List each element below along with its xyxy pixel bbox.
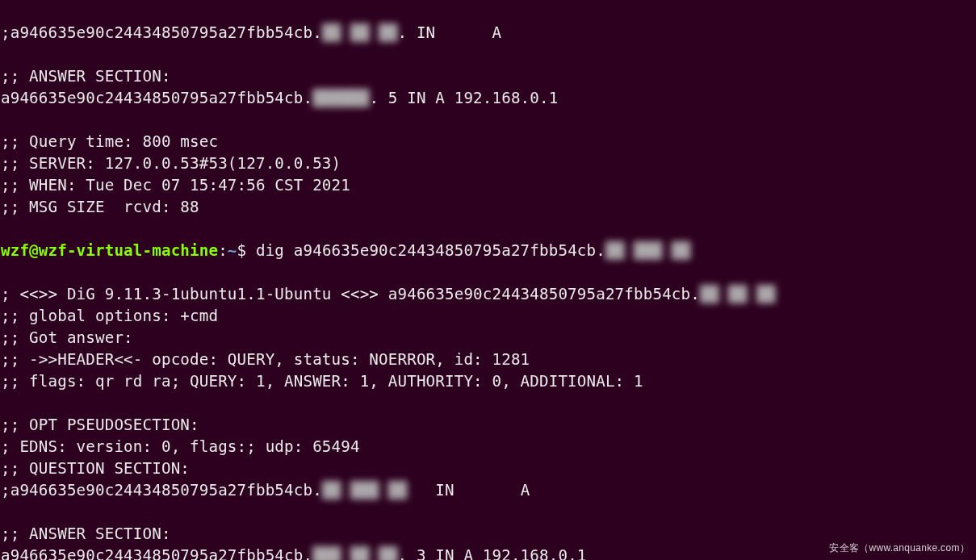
output-line: ; <<>> DiG 9.11.3-1ubuntu1.1-Ubuntu <<>>… <box>1 285 776 303</box>
redacted-text: ██ ███ ██ <box>322 479 407 501</box>
output-line: ;; ->>HEADER<<- opcode: QUERY, status: N… <box>1 350 530 369</box>
output-line: ;; QUESTION SECTION: <box>1 459 190 478</box>
output-line: ;; Query time: 800 msec <box>1 132 218 151</box>
output-line: ;a946635e90c24434850795a27fbb54cb.██ ██ … <box>1 23 501 42</box>
output-line: ;; ANSWER SECTION: <box>1 67 171 86</box>
output-line: ;; SERVER: 127.0.0.53#53(127.0.0.53) <box>1 154 341 173</box>
output-line: ;; MSG SIZE rcvd: 88 <box>1 198 199 216</box>
output-line: a946635e90c24434850795a27fbb54cb.██████.… <box>1 89 558 107</box>
output-line: ;; global options: +cmd <box>1 307 218 325</box>
prompt-user-host: wzf@wzf-virtual-machine <box>1 241 218 260</box>
redacted-text: ███ ██ ██ <box>312 545 397 560</box>
output-line: ;; ANSWER SECTION: <box>1 524 171 543</box>
redacted-text: ██ ██ ██ <box>322 22 398 44</box>
output-line: ;; flags: qr rd ra; QUERY: 1, ANSWER: 1,… <box>1 372 643 391</box>
redacted-text: ██████ <box>312 87 369 109</box>
output-line: ; EDNS: version: 0, flags:; udp: 65494 <box>1 437 360 456</box>
redacted-text: ██ ██ ██ <box>700 283 776 305</box>
output-line: a946635e90c24434850795a27fbb54cb.███ ██ … <box>1 546 587 560</box>
prompt-path: ~ <box>228 241 237 260</box>
watermark-text: 安全客（www.anquanke.com） <box>829 541 970 555</box>
output-line: ;; Got answer: <box>1 328 133 347</box>
command-input[interactable]: dig a946635e90c24434850795a27fbb54cb.██ … <box>256 241 690 260</box>
output-line: ;; OPT PSEUDOSECTION: <box>1 416 199 434</box>
output-line: ;a946635e90c24434850795a27fbb54cb.██ ███… <box>1 481 530 499</box>
prompt-line: wzf@wzf-virtual-machine:~$ dig a946635e9… <box>1 241 690 260</box>
redacted-text: ██ ███ ██ <box>605 240 690 261</box>
output-line: ;; WHEN: Tue Dec 07 15:47:56 CST 2021 <box>1 176 350 194</box>
terminal-output[interactable]: ;a946635e90c24434850795a27fbb54cb.██ ██ … <box>0 0 976 560</box>
